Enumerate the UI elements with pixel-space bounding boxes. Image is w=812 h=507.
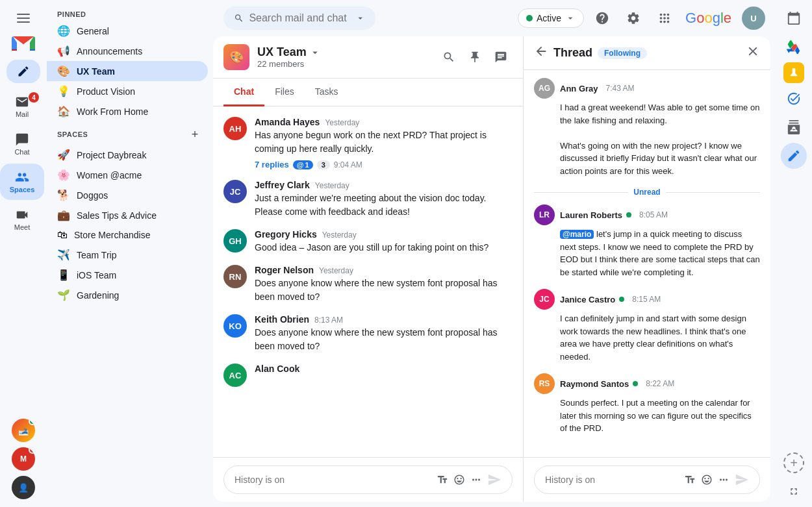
tab-tasks[interactable]: Tasks	[305, 79, 349, 106]
send-button[interactable]	[487, 473, 501, 487]
status-button[interactable]: Active	[518, 8, 584, 28]
nav-mail[interactable]: 4 Mail	[0, 88, 44, 125]
hamburger-button[interactable]	[10, 5, 36, 31]
reply-link[interactable]: 7 replies	[255, 160, 289, 169]
text-format-icon[interactable]	[437, 474, 448, 486]
sidebar: PINNED 🌐 General 📢 Announcements 🎨 UX Te…	[47, 0, 213, 507]
user-avatar-2[interactable]: M	[12, 447, 35, 471]
emoji-icon[interactable]	[453, 474, 465, 486]
thread-text-format-icon[interactable]	[684, 474, 696, 486]
thread-title: Thread	[553, 46, 592, 60]
msg-content: Amanda Hayes Yesterday Has anyone begun …	[255, 117, 513, 169]
thread-input[interactable]	[545, 475, 679, 485]
right-strip: +	[776, 0, 812, 507]
add-space-button[interactable]: +	[187, 127, 203, 142]
reply-time: 9:04 AM	[334, 160, 362, 169]
edit-icon[interactable]	[781, 143, 807, 169]
status-dot	[526, 15, 533, 21]
sidebar-item-store-merchandise[interactable]: 🛍 Store Merchandise	[47, 225, 208, 245]
sidebar-item-team-trip[interactable]: ✈️ Team Trip	[47, 245, 208, 265]
apps-button[interactable]	[652, 5, 678, 31]
msg-author: Alan Cook	[255, 364, 299, 374]
sidebar-item-sales-tips[interactable]: 💼 Sales Tips & Advice	[47, 205, 208, 225]
sales-tips-icon: 💼	[57, 209, 70, 221]
thread-send-button[interactable]	[735, 473, 749, 487]
sidebar-item-label-doggos: Doggos	[77, 190, 197, 201]
avatar: LR	[534, 204, 555, 225]
sidebar-item-gardening[interactable]: 🌱 Gardening	[47, 285, 208, 305]
msg-author: Jeffrey Clark	[255, 180, 310, 190]
channel-description-button[interactable]	[489, 45, 513, 69]
thread-more-icon[interactable]	[718, 474, 730, 486]
thread-msg-text: I can definitely jump in and start with …	[560, 312, 760, 363]
store-merchandise-icon: 🛍	[57, 229, 68, 241]
sidebar-item-ios-team[interactable]: 📱 iOS Team	[47, 265, 208, 285]
sidebar-item-general[interactable]: 🌐 General	[47, 21, 208, 41]
channel-pin-button[interactable]	[463, 45, 487, 69]
drive-icon[interactable]	[781, 34, 807, 60]
calendar-icon[interactable]	[781, 5, 807, 31]
settings-button[interactable]	[620, 5, 646, 31]
help-button[interactable]	[589, 5, 615, 31]
sidebar-item-ux-team[interactable]: 🎨 UX Team	[47, 61, 208, 81]
gardening-icon: 🌱	[57, 289, 70, 301]
tab-files[interactable]: Files	[264, 79, 305, 106]
general-icon: 🌐	[57, 25, 70, 37]
channel-tabs: Chat Files Tasks	[213, 79, 523, 106]
compose-button[interactable]	[0, 60, 47, 83]
table-row: AC Alan Cook	[213, 358, 523, 392]
sidebar-item-project-daybreak[interactable]: 🚀 Project Daybreak	[47, 145, 208, 165]
thread-msg-author: Lauren Roberts	[560, 210, 622, 220]
nav-spaces[interactable]: Spaces	[0, 164, 44, 200]
svg-rect-1	[17, 18, 30, 19]
search-dropdown-icon[interactable]	[355, 12, 365, 25]
messages-list: AH Amanda Hayes Yesterday Has anyone beg…	[213, 106, 523, 457]
thread-msg-text: Sounds perfect. I put a meeting on the c…	[560, 397, 760, 435]
chat-input[interactable]	[235, 475, 431, 485]
sidebar-item-doggos[interactable]: 🐕 Doggos	[47, 185, 208, 205]
doggos-icon: 🐕	[57, 189, 70, 201]
msg-content: Gregory Hicks Yesterday Good idea – Jaso…	[255, 229, 513, 254]
table-row: RN Roger Nelson Yesterday Does anyone kn…	[213, 260, 523, 309]
channel-search-button[interactable]	[437, 45, 461, 69]
contacts-icon[interactable]	[781, 114, 807, 140]
sidebar-item-product-vision[interactable]: 💡 Product Vision	[47, 81, 208, 101]
search-bar[interactable]	[223, 6, 375, 30]
sidebar-item-label-team-trip: Team Trip	[77, 250, 197, 260]
profile-avatar[interactable]: U	[742, 6, 765, 30]
tasks-icon[interactable]	[781, 86, 807, 112]
search-input[interactable]	[249, 12, 350, 24]
user-avatar-1[interactable]: 🎿	[12, 419, 35, 442]
nav-chat[interactable]: Chat	[0, 126, 44, 162]
sidebar-item-women-acme[interactable]: 🌸 Women @acme	[47, 165, 208, 185]
msg-time: 8:13 AM	[314, 315, 343, 325]
thread-msg-author: Janice Castro	[560, 295, 615, 304]
thread-back-button[interactable]	[534, 44, 548, 62]
sidebar-item-work-from-home[interactable]: 🏠 Work From Home	[47, 101, 208, 121]
msg-time: Yesterday	[315, 181, 349, 190]
pinned-section-label: PINNED	[47, 5, 213, 21]
add-widget-button[interactable]: +	[783, 452, 804, 473]
sidebar-item-announcements[interactable]: 📢 Announcements	[47, 41, 208, 61]
thread-emoji-icon[interactable]	[701, 474, 713, 486]
thread-close-button[interactable]	[746, 44, 760, 62]
more-options-icon[interactable]	[470, 474, 482, 486]
reply-badge-count: 3	[317, 160, 330, 169]
nav-meet[interactable]: Meet	[0, 201, 44, 238]
top-bar: Active Google U	[213, 0, 776, 36]
channel-name-chevron-icon[interactable]	[309, 47, 321, 58]
work-from-home-icon: 🏠	[57, 105, 70, 117]
expand-button[interactable]	[783, 481, 804, 502]
team-trip-icon: ✈️	[57, 249, 70, 261]
msg-content: Jeffrey Clark Yesterday Just a reminder …	[255, 180, 513, 219]
channel-panel: 🎨 UX Team 22 members	[213, 36, 524, 502]
tab-chat[interactable]: Chat	[223, 79, 264, 106]
channel-header: 🎨 UX Team 22 members	[213, 36, 523, 79]
list-item: RS Raymond Santos 8:22 AM Sounds perfect…	[534, 373, 760, 435]
msg-content: Alan Cook	[255, 364, 513, 387]
msg-replies: 7 replies @1 3 9:04 AM	[255, 160, 513, 169]
user-avatar-3[interactable]: 👤	[12, 476, 35, 499]
keep-icon[interactable]	[783, 62, 804, 83]
product-vision-icon: 💡	[57, 85, 70, 97]
msg-text: Does anyone know where the new system fo…	[255, 326, 513, 353]
